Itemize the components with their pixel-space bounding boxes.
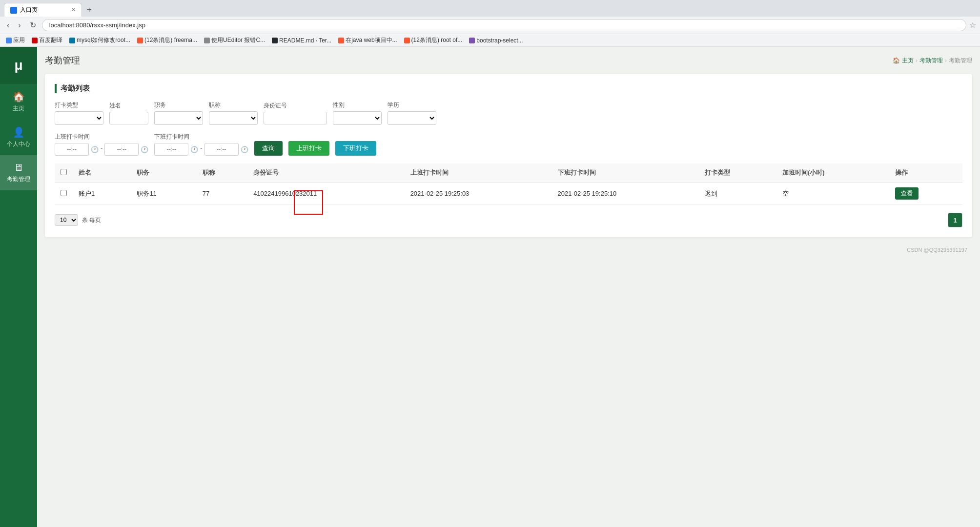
- bookmark-java[interactable]: 在java web项目中...: [336, 36, 399, 45]
- row-action-cell: 查看: [889, 182, 962, 205]
- filter-position-select[interactable]: [154, 111, 203, 125]
- filter-name-input[interactable]: [109, 112, 148, 124]
- breadcrumb-sep2: ›: [945, 57, 947, 64]
- back-button[interactable]: ‹: [4, 20, 12, 31]
- page-title: 考勤管理: [45, 55, 80, 66]
- address-bar[interactable]: [42, 19, 966, 31]
- query-button[interactable]: 查询: [254, 141, 283, 156]
- browser-star-icon[interactable]: ☆: [969, 20, 976, 30]
- view-button[interactable]: 查看: [895, 187, 919, 200]
- bookmark-root[interactable]: (12条消息) root of...: [402, 36, 465, 45]
- filter-position-label: 职务: [154, 101, 203, 109]
- header-checkbox-cell: [55, 163, 73, 182]
- bookmark-bootstrap[interactable]: bootstrap-select...: [467, 37, 525, 44]
- tab-close-icon[interactable]: ✕: [71, 7, 76, 13]
- filter-name-group: 姓名: [109, 101, 148, 124]
- filter-id-label: 身份证号: [264, 101, 327, 110]
- browser-tab-active[interactable]: 入口页 ✕: [4, 3, 82, 17]
- bookmark-baidu[interactable]: 百度翻译: [30, 36, 64, 45]
- checkin-button[interactable]: 上班打卡: [288, 141, 329, 156]
- dash1: -: [101, 144, 102, 156]
- row-rank: 77: [197, 182, 247, 205]
- table-row: 账户1 职务11 77 410224199610232011 2021-02-2…: [55, 182, 962, 205]
- row-checkin-time: 2021-02-25 19:25:03: [405, 182, 552, 205]
- table-header-row: 姓名 职务 职称 身份证号 上班打卡时间 下班打卡时间 打卡类型 加班时间(小时…: [55, 163, 962, 182]
- breadcrumb-home-link[interactable]: 主页: [902, 57, 914, 65]
- row-type: 迟到: [699, 182, 776, 205]
- filter-education-label: 学历: [388, 101, 436, 109]
- filter-row2: 上班打卡时间 🕐 - 🕐 下班打卡时间 🕐 -: [55, 133, 962, 156]
- checkin-time-inputs: 🕐 - 🕐: [55, 143, 148, 156]
- clock-icon-3: 🕐: [190, 146, 198, 153]
- profile-icon: 👤: [13, 126, 25, 138]
- new-tab-button[interactable]: +: [83, 3, 95, 17]
- filter-id-input[interactable]: [264, 112, 327, 124]
- clock-icon-2: 🕐: [141, 146, 148, 153]
- attendance-card: 考勤列表 打卡类型 姓名 职务: [45, 74, 972, 237]
- sidebar-label-home: 主页: [13, 104, 24, 113]
- dash2: -: [200, 144, 202, 156]
- attendance-icon: 🖥: [14, 162, 23, 173]
- checkout-time-label: 下班打卡时间: [154, 133, 248, 141]
- breadcrumb-current: 考勤管理: [949, 57, 972, 65]
- breadcrumb: 🏠 主页 › 考勤管理 › 考勤管理: [893, 57, 972, 65]
- breadcrumb-attendance-link[interactable]: 考勤管理: [919, 57, 943, 65]
- forward-button[interactable]: ›: [15, 20, 23, 31]
- header-overtime: 加班时间(小时): [776, 163, 889, 182]
- tab-title: 入口页: [20, 6, 38, 14]
- pagination-row: 10 20 50 条 每页 1: [55, 213, 962, 227]
- sidebar-label-attendance: 考勤管理: [7, 175, 30, 183]
- header-checkin-time: 上班打卡时间: [405, 163, 552, 182]
- bookmark-readme[interactable]: README.md · Ter...: [270, 37, 333, 44]
- per-page-select[interactable]: 10 20 50: [55, 214, 78, 226]
- checkout-button[interactable]: 下班打卡: [335, 141, 376, 156]
- filter-id-group: 身份证号: [264, 101, 327, 124]
- header-rank: 职称: [197, 163, 247, 182]
- bookmark-mysql[interactable]: mysql如何修改root...: [67, 36, 132, 45]
- select-all-checkbox[interactable]: [61, 169, 67, 175]
- per-page-label: 条 每页: [82, 216, 101, 224]
- clock-icon-1: 🕐: [91, 146, 99, 153]
- home-icon: 🏠: [13, 91, 25, 102]
- checkin-time-end[interactable]: [104, 143, 139, 156]
- sidebar-label-profile: 个人中心: [7, 140, 30, 148]
- tab-favicon: [10, 7, 17, 14]
- checkin-time-label: 上班打卡时间: [55, 133, 148, 141]
- header-position: 职务: [131, 163, 196, 182]
- browser-chrome: 入口页 ✕ + ‹ › ↻ ☆ 应用 百度翻译 mysql如何修改root...…: [0, 0, 980, 47]
- main-content: 考勤管理 🏠 主页 › 考勤管理 › 考勤管理 考勤列表 打卡类型: [37, 47, 980, 527]
- filter-gender-label: 性别: [333, 101, 382, 109]
- row-idnumber: 410224199610232011: [247, 182, 405, 205]
- bookmark-freema[interactable]: (12条消息) freema...: [135, 36, 199, 45]
- sidebar-logo[interactable]: μ: [0, 47, 37, 84]
- filter-education-select[interactable]: [388, 111, 436, 125]
- filter-education-group: 学历: [388, 101, 436, 125]
- refresh-button[interactable]: ↻: [27, 20, 39, 31]
- sidebar-item-attendance[interactable]: 🖥 考勤管理: [0, 155, 37, 190]
- page-header: 考勤管理 🏠 主页 › 考勤管理 › 考勤管理: [45, 55, 972, 66]
- row-checkbox-cell: [55, 182, 73, 205]
- bookmark-apps[interactable]: 应用: [4, 36, 27, 45]
- filter-type-select[interactable]: [55, 111, 103, 125]
- checkout-time-end[interactable]: [204, 143, 239, 156]
- pagination-box: 1: [948, 213, 962, 227]
- header-action: 操作: [889, 163, 962, 182]
- row-checkbox[interactable]: [61, 190, 67, 196]
- card-title: 考勤列表: [55, 84, 962, 93]
- header-name: 姓名: [73, 163, 131, 182]
- row-position: 职务11: [131, 182, 196, 205]
- clock-icon-4: 🕐: [241, 146, 248, 153]
- breadcrumb-sep1: ›: [916, 57, 918, 64]
- bookmark-ueditor[interactable]: 使用UEditor 报错C...: [202, 36, 267, 45]
- sidebar-item-home[interactable]: 🏠 主页: [0, 84, 37, 120]
- checkin-time-group: 上班打卡时间 🕐 - 🕐: [55, 133, 148, 156]
- checkin-time-start[interactable]: [55, 143, 89, 156]
- checkout-time-start[interactable]: [154, 143, 188, 156]
- sidebar-item-profile[interactable]: 👤 个人中心: [0, 120, 37, 155]
- checkout-time-group: 下班打卡时间 🕐 - 🕐: [154, 133, 248, 156]
- filter-rank-select[interactable]: [209, 111, 258, 125]
- checkout-time-inputs: 🕐 - 🕐: [154, 143, 248, 156]
- sidebar: μ 🏠 主页 👤 个人中心 🖥 考勤管理: [0, 47, 37, 527]
- page-1-button[interactable]: 1: [948, 213, 962, 227]
- filter-gender-select[interactable]: [333, 111, 382, 125]
